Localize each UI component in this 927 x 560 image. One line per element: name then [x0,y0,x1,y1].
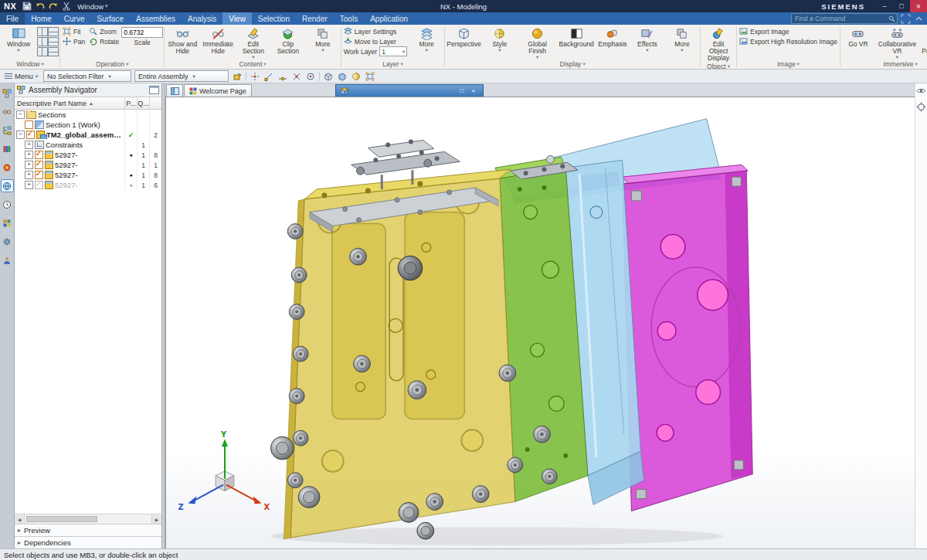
collapse-icon[interactable] [16,110,25,119]
component-checkbox[interactable] [35,161,43,169]
column-position[interactable]: P... [124,97,137,109]
close-document-button[interactable]: × [469,87,478,96]
redo-icon[interactable] [49,2,58,11]
highlight-assembly-icon[interactable] [232,71,243,82]
work-layer-select[interactable]: 1 [379,46,407,56]
component-checkbox[interactable] [35,181,43,189]
layout-single-button[interactable] [48,47,59,56]
tab-current-part[interactable]: □ × [335,84,484,97]
panel-window-icon[interactable] [149,86,159,94]
endpoint-snap-icon[interactable] [263,71,274,82]
edit-object-display-button[interactable]: Edit Object Display [701,25,735,63]
zoom-button[interactable]: Zoom [87,26,121,36]
ribbon-group-label-operation[interactable]: Operation [61,59,163,69]
tree-row-component[interactable]: 52927- 18 [15,170,161,180]
ribbon-group-label-image[interactable]: Image [738,59,839,69]
assembly-checkbox[interactable] [26,131,35,139]
cut-icon[interactable] [62,2,71,11]
column-extra[interactable] [149,97,161,109]
navigator-horizontal-scrollbar[interactable] [15,514,161,524]
ribbon-tab-home[interactable]: Home [25,12,58,25]
window-button[interactable]: Window [2,25,36,53]
component-checkbox[interactable] [35,171,43,179]
ribbon-tab-assemblies[interactable]: Assemblies [130,12,182,25]
ribbon-tab-view[interactable]: View [222,12,252,25]
scrollbar-track[interactable] [25,514,151,524]
tab-list-button[interactable] [166,84,183,97]
render-style-icon[interactable] [351,71,362,82]
ribbon-tab-render[interactable]: Render [296,12,334,25]
snap-point-icon[interactable] [250,71,260,82]
wireframe-icon[interactable] [323,71,334,82]
fullscreen-icon[interactable] [901,14,911,24]
go-vr-button[interactable]: Go VR [841,25,875,49]
style-button[interactable]: Style [483,25,517,53]
vr-preferences-button[interactable]: VR Preferences [919,25,927,56]
layer-settings-button[interactable]: Layer Settings [342,26,409,36]
preview-section[interactable]: Preview [15,524,161,536]
ribbon-group-label-layer[interactable]: Layer [342,59,443,69]
find-command-input[interactable] [793,14,888,23]
menu-button[interactable]: Menu [2,71,40,82]
section-checkbox[interactable] [25,120,33,129]
column-quantity[interactable]: Q... [137,97,149,109]
tree-row-component[interactable]: 52927- 16 [15,180,161,190]
tree-row-section1[interactable]: Section 1 (Work) [15,120,161,130]
window-menu[interactable]: Window [77,2,107,11]
ribbon-tab-curve[interactable]: Curve [58,12,91,25]
ribbon-group-label-content[interactable]: Content [165,59,340,69]
expand-icon[interactable] [25,151,33,159]
crosshair-icon[interactable] [916,102,926,112]
process-studio-icon[interactable] [1,216,14,229]
layout-side-by-side-button[interactable] [37,27,48,36]
collapse-icon[interactable] [16,131,25,139]
effects-button[interactable]: Effects [630,25,664,53]
minimize-ribbon-icon[interactable] [914,14,924,24]
intersection-snap-icon[interactable] [291,71,302,82]
reuse-library-icon[interactable] [1,142,14,155]
expand-icon[interactable] [25,161,33,169]
undo-icon[interactable] [36,2,45,11]
immediate-hide-button[interactable]: Immediate Hide [200,25,235,56]
clip-section-button[interactable]: Clip Section [271,25,305,56]
tree-row-component[interactable]: 52927- 11 [15,160,161,170]
selection-filter-combo[interactable]: No Selection Filter [43,70,131,82]
scroll-left-button[interactable] [15,514,25,524]
display-more-button[interactable]: More [665,25,699,53]
collaborative-vr-button[interactable]: Collaborative VR [876,25,919,59]
web-browser-icon[interactable] [1,179,14,192]
ribbon-tab-analysis[interactable]: Analysis [182,12,222,25]
selection-scope-combo[interactable]: Entire Assembly [134,70,229,82]
expand-icon[interactable] [25,141,33,149]
tree-row-component[interactable]: 52927- 18 [15,150,161,160]
ribbon-group-label-immersive[interactable]: Immersive [841,59,927,69]
move-to-layer-button[interactable]: Move to Layer [342,36,409,46]
component-checkbox[interactable] [35,151,43,159]
scale-input[interactable] [121,27,163,38]
maximize-button[interactable]: □ [893,0,910,12]
hd3d-tools-icon[interactable] [1,161,14,174]
export-image-button[interactable]: Export Image [738,26,839,36]
rotate-button[interactable]: Rotate [87,36,121,46]
background-button[interactable]: Background [558,25,595,49]
graphics-viewport[interactable]: Y X Z [165,97,915,548]
tree-row-constraints[interactable]: Constraints 1 [15,140,161,150]
ribbon-tab-surface[interactable]: Surface [91,12,130,25]
export-high-resolution-image-button[interactable]: Export High Resolution Image [738,36,839,46]
scrollbar-thumb[interactable] [26,516,97,522]
tree-row-root-assembly[interactable]: TM2_global_assembly_ 2 [15,130,161,140]
part-navigator-icon[interactable] [1,124,14,137]
restore-document-button[interactable]: □ [457,87,467,96]
midpoint-snap-icon[interactable] [277,71,288,82]
emphasis-button[interactable]: Emphasis [596,25,630,49]
ribbon-tab-selection[interactable]: Selection [252,12,296,25]
show-and-hide-button[interactable]: Show and Hide [165,25,199,56]
ribbon-group-label-display[interactable]: Display [446,59,699,69]
ribbon-tab-tools[interactable]: Tools [334,12,364,25]
layer-more-button[interactable]: More [409,25,443,53]
layout-top-bottom-button[interactable] [48,27,59,36]
shaded-view-icon[interactable] [337,71,348,82]
pan-button[interactable]: Pan [61,36,87,46]
ribbon-group-label-window[interactable]: Window [2,59,59,69]
tab-welcome-page[interactable]: Welcome Page [184,84,252,97]
